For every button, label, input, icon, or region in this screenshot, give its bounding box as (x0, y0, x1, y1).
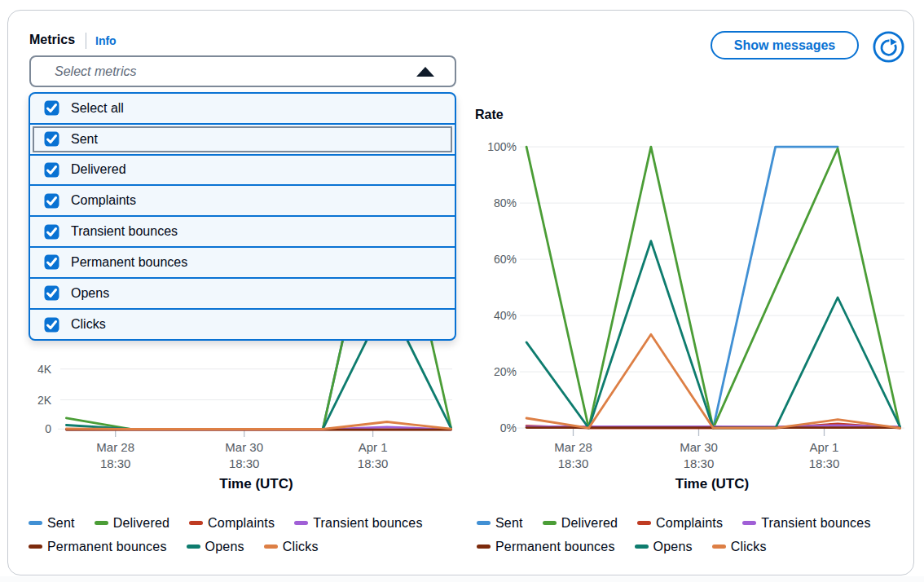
svg-text:18:30: 18:30 (229, 456, 260, 470)
svg-text:18:30: 18:30 (100, 456, 131, 470)
svg-text:Apr 1: Apr 1 (810, 440, 839, 454)
svg-text:Mar 28: Mar 28 (554, 440, 592, 454)
svg-text:Apr 1: Apr 1 (359, 440, 388, 454)
svg-text:Mar 28: Mar 28 (96, 440, 134, 454)
svg-text:100%: 100% (487, 140, 517, 153)
svg-text:Time (UTC): Time (UTC) (675, 476, 749, 492)
svg-text:4K: 4K (37, 363, 52, 376)
svg-text:40%: 40% (494, 309, 517, 322)
svg-text:20%: 20% (494, 365, 517, 378)
svg-text:Rate: Rate (475, 108, 504, 121)
svg-text:Time (UTC): Time (UTC) (219, 476, 293, 492)
svg-text:18:30: 18:30 (558, 456, 589, 470)
svg-text:Mar 30: Mar 30 (680, 440, 718, 454)
svg-text:2K: 2K (37, 394, 52, 407)
svg-text:Mar 30: Mar 30 (225, 440, 263, 454)
svg-text:0: 0 (45, 422, 51, 435)
svg-text:18:30: 18:30 (684, 456, 715, 470)
svg-text:0%: 0% (500, 421, 517, 434)
svg-text:60%: 60% (494, 253, 517, 266)
svg-text:18:30: 18:30 (809, 456, 840, 470)
svg-text:18:30: 18:30 (358, 456, 389, 470)
svg-text:80%: 80% (494, 196, 517, 209)
